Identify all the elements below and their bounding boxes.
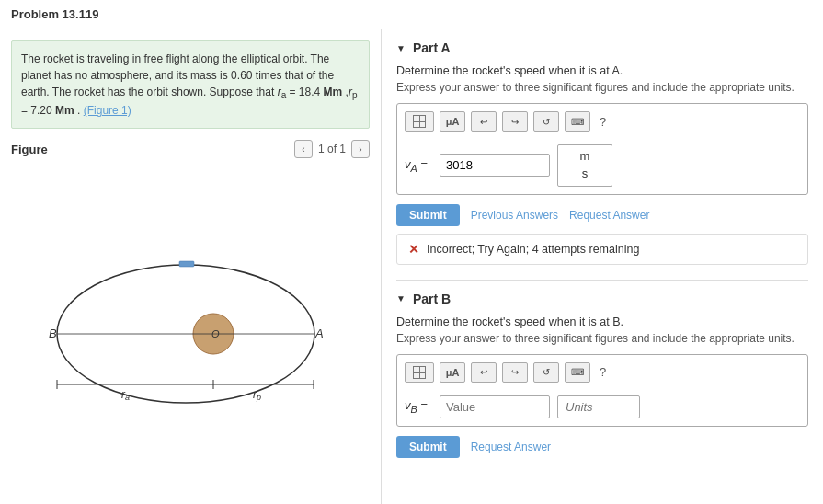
part-a-toolbar: μA ↩ ↪ ↺ ⌨ ? [405, 111, 800, 137]
part-b-input-row: vB = [405, 395, 800, 418]
part-a-question: Determine the rocket's speed when it is … [396, 64, 808, 77]
part-b-var-label: vB = [405, 398, 432, 415]
prev-figure-button[interactable]: ‹ [294, 140, 313, 158]
mu-label-b: μA [446, 367, 460, 378]
mu-button-b[interactable]: μA [440, 362, 465, 383]
part-a-header: ▼ Part A [396, 40, 808, 55]
part-a-answer-box: μA ↩ ↪ ↺ ⌨ ? [396, 103, 808, 195]
part-a-units-denominator: s [582, 166, 589, 182]
undo-button-b[interactable]: ↩ [471, 362, 497, 383]
help-label-b: ? [600, 365, 606, 379]
part-b-units-input[interactable] [557, 395, 640, 418]
keyboard-icon-a: ⌨ [571, 117, 584, 127]
keyboard-icon-b: ⌨ [571, 367, 584, 377]
redo-icon-a: ↪ [511, 117, 519, 127]
part-b-toolbar: μA ↩ ↪ ↺ ⌨ ? [405, 362, 800, 388]
label-B: B [49, 326, 57, 340]
refresh-icon-a: ↺ [543, 117, 550, 127]
refresh-icon-b: ↺ [543, 367, 550, 377]
problem-text: The rocket is traveling in free flight a… [11, 40, 370, 129]
part-a-input-row: vA = m s [405, 144, 800, 187]
part-b-instruction: Express your answer to three significant… [396, 332, 808, 345]
part-b-answer-box: μA ↩ ↪ ↺ ⌨ ? [396, 354, 808, 427]
undo-icon-a: ↩ [480, 117, 487, 127]
incorrect-message: Incorrect; Try Again; 4 attempts remaini… [427, 243, 639, 256]
page-title: Problem 13.119 [0, 0, 823, 29]
keyboard-button-b[interactable]: ⌨ [565, 362, 590, 383]
refresh-button-b[interactable]: ↺ [533, 362, 559, 383]
undo-button-a[interactable]: ↩ [471, 111, 497, 132]
part-a-var-label: vA = [405, 157, 432, 174]
part-b-value-input[interactable] [440, 395, 550, 418]
figure-label: Figure [11, 143, 48, 156]
figure-nav: ‹ 1 of 1 › [294, 140, 370, 158]
right-panel: ▼ Part A Determine the rocket's speed wh… [382, 29, 823, 504]
part-a-units-box: m s [557, 144, 612, 187]
x-icon: ✕ [408, 242, 419, 257]
orbit-svg: O A B ra rp [43, 237, 337, 421]
label-ra: ra [121, 388, 130, 402]
redo-button-a[interactable]: ↪ [502, 111, 528, 132]
previous-answers-link[interactable]: Previous Answers [471, 209, 558, 222]
part-a-value-input[interactable] [440, 154, 550, 177]
part-a-action-row: Submit Previous Answers Request Answer [396, 204, 808, 226]
request-answer-link-b[interactable]: Request Answer [471, 441, 551, 453]
part-b-header: ▼ Part B [396, 292, 808, 306]
section-divider [396, 280, 808, 281]
redo-icon-b: ↪ [511, 367, 519, 377]
left-panel: The rocket is traveling in free flight a… [0, 29, 382, 504]
undo-icon-b: ↩ [480, 367, 487, 377]
part-b-action-row: Submit Request Answer [396, 436, 808, 458]
refresh-button-a[interactable]: ↺ [533, 111, 559, 132]
svg-rect-2 [179, 261, 194, 267]
part-b-section: ▼ Part B Determine the rocket's speed wh… [396, 292, 808, 458]
request-answer-link-a[interactable]: Request Answer [569, 209, 649, 222]
help-label-a: ? [600, 115, 606, 129]
part-a-submit-button[interactable]: Submit [396, 204, 460, 226]
mu-button-a[interactable]: μA [440, 111, 465, 132]
part-a-label: Part A [413, 40, 451, 55]
label-A: A [314, 326, 324, 340]
next-figure-button[interactable]: › [351, 140, 370, 158]
figure-page: 1 of 1 [318, 143, 346, 155]
part-b-submit-button[interactable]: Submit [396, 436, 460, 458]
part-a-section: ▼ Part A Determine the rocket's speed wh… [396, 40, 808, 265]
redo-button-b[interactable]: ↪ [502, 362, 528, 383]
figure-header: Figure ‹ 1 of 1 › [11, 140, 370, 158]
figure-section: Figure ‹ 1 of 1 › O A [11, 140, 370, 493]
part-a-instruction: Express your answer to three significant… [396, 81, 808, 94]
part-b-triangle: ▼ [396, 293, 406, 304]
figure-link[interactable]: (Figure 1) [84, 104, 131, 117]
mu-label-a: μA [446, 116, 460, 127]
keyboard-button-a[interactable]: ⌨ [565, 111, 590, 132]
part-a-triangle: ▼ [396, 43, 406, 53]
grid-button-a[interactable] [405, 111, 434, 132]
grid-button-b[interactable] [405, 362, 434, 383]
incorrect-box: ✕ Incorrect; Try Again; 4 attempts remai… [396, 234, 808, 265]
part-b-question: Determine the rocket's speed when it is … [396, 315, 808, 328]
ellipse-diagram: O A B ra rp [11, 166, 370, 493]
part-a-units-numerator: m [580, 149, 590, 166]
part-b-label: Part B [413, 292, 451, 306]
